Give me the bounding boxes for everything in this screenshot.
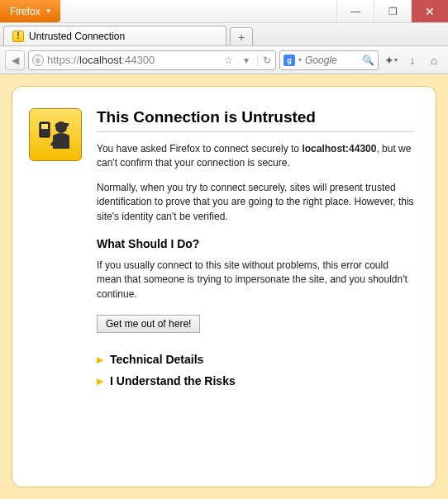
firefox-menu-button[interactable]: Firefox ▼ xyxy=(0,0,60,22)
understand-risks-expander[interactable]: ▶ I Understand the Risks xyxy=(97,374,414,387)
url-text: https://localhost:44300 xyxy=(47,54,217,66)
icon-column xyxy=(29,108,82,465)
text-column: This Connection is Untrusted You have as… xyxy=(97,108,414,465)
firefox-menu-label: Firefox xyxy=(10,6,41,17)
warning-icon: ! xyxy=(12,31,24,42)
google-icon: g xyxy=(284,55,295,66)
search-box[interactable]: g ▾ 🔍 xyxy=(279,50,379,70)
intro-paragraph: You have asked Firefox to connect secure… xyxy=(97,142,414,171)
explanation-paragraph: Normally, when you try to connect secure… xyxy=(97,181,414,224)
tab-bar: ! Untrusted Connection + xyxy=(0,23,448,46)
url-dropdown-icon[interactable]: ▾ xyxy=(239,55,254,66)
svg-rect-3 xyxy=(66,123,69,126)
navigation-toolbar: ◀ ⊕ https://localhost:44300 ☆ ▾ ↻ g ▾ 🔍 … xyxy=(0,46,448,74)
understand-risks-label: I Understand the Risks xyxy=(110,374,236,387)
what-should-i-do-heading: What Should I Do? xyxy=(97,237,414,250)
search-engine-caret[interactable]: ▾ xyxy=(298,56,302,64)
url-bar[interactable]: ⊕ https://localhost:44300 ☆ ▾ ↻ xyxy=(28,50,276,70)
triangle-right-icon: ▶ xyxy=(97,354,103,365)
technical-details-label: Technical Details xyxy=(110,353,203,366)
technical-details-expander[interactable]: ▶ Technical Details xyxy=(97,353,414,366)
triangle-right-icon: ▶ xyxy=(97,376,103,387)
maximize-button[interactable]: ❐ xyxy=(374,0,411,22)
downloads-button[interactable]: ↓ xyxy=(403,54,422,67)
svg-rect-1 xyxy=(41,124,48,129)
content-area: This Connection is Untrusted You have as… xyxy=(0,74,448,499)
close-button[interactable]: ✕ xyxy=(411,0,448,22)
back-button[interactable]: ◀ xyxy=(5,50,25,70)
home-button[interactable]: ⌂ xyxy=(425,54,443,67)
tab-title: Untrusted Connection xyxy=(29,31,125,42)
globe-icon: ⊕ xyxy=(32,55,44,66)
bookmarks-menu-button[interactable]: ✦▾ xyxy=(382,54,400,67)
reload-button[interactable]: ↻ xyxy=(257,55,272,66)
bookmark-star-icon[interactable]: ☆ xyxy=(221,55,236,66)
window-titlebar: Firefox ▼ — ❐ ✕ xyxy=(0,0,448,23)
window-controls: — ❐ ✕ xyxy=(336,0,448,22)
tab-untrusted-connection[interactable]: ! Untrusted Connection xyxy=(3,26,226,45)
chevron-down-icon: ▼ xyxy=(45,7,52,15)
search-input[interactable] xyxy=(305,55,359,66)
get-out-button[interactable]: Get me out of here! xyxy=(97,315,200,333)
security-officer-icon xyxy=(29,108,82,161)
minimize-button[interactable]: — xyxy=(336,0,374,22)
error-card: This Connection is Untrusted You have as… xyxy=(12,86,436,487)
new-tab-button[interactable]: + xyxy=(230,27,253,45)
advice-paragraph: If you usually connect to this site with… xyxy=(97,259,414,302)
search-icon[interactable]: 🔍 xyxy=(362,55,374,66)
page-title: This Connection is Untrusted xyxy=(97,108,414,132)
